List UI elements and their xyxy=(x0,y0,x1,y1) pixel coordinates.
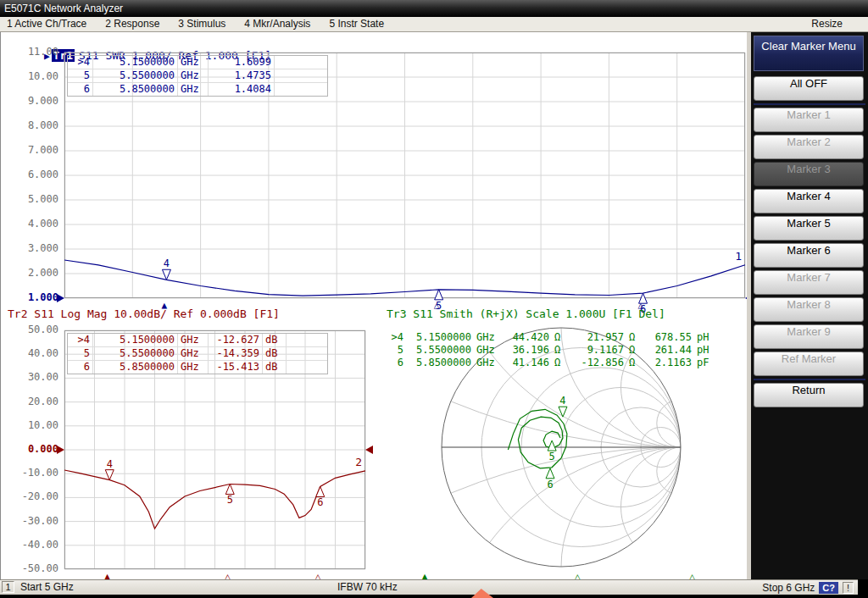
marker-readout-cell: 36.196 xyxy=(503,344,552,357)
marker-readout-row: 55.5500000GHz36.196Ω9.1167Ω261.44pH xyxy=(384,344,716,357)
marker-readout-cell: 5 xyxy=(68,347,93,360)
softkey-marker-1: Marker 1 xyxy=(754,108,864,132)
marker-readout-cell: -15.413 xyxy=(209,361,263,374)
marker-readout-cell: GHz xyxy=(178,69,209,82)
marker-readout-cell: pH xyxy=(694,331,716,344)
softkey-menu-title: Clear Marker Menu xyxy=(754,36,864,71)
menu-item-2[interactable]: 2 Response xyxy=(105,17,159,31)
marker-readout-cell: 5.5500000 xyxy=(93,69,178,82)
marker-readout-cell: -14.359 xyxy=(209,347,263,360)
softkey-marker-6[interactable]: Marker 6 xyxy=(754,243,864,268)
menu-item-resize[interactable]: Resize xyxy=(811,17,843,31)
marker-readout-cell: >4 xyxy=(68,334,93,346)
marker-readout-row: 55.5500000GHz1.4735 xyxy=(68,69,327,83)
softkey-marker-8: Marker 8 xyxy=(754,297,864,322)
marker-readout-cell: 5.1500000 xyxy=(93,334,178,346)
axis-tick-label: 40.00 xyxy=(6,347,58,360)
axis-tick-label: -30.00 xyxy=(6,515,58,528)
softkey-marker-4[interactable]: Marker 4 xyxy=(754,189,864,213)
axis-tick-label: 30.00 xyxy=(6,371,58,384)
marker-readout-cell: 6 xyxy=(384,357,406,369)
marker-triangle-icon xyxy=(105,470,114,480)
softkey-marker-5[interactable]: Marker 5 xyxy=(754,216,864,241)
marker-readout-cell: 9.1167 xyxy=(569,344,626,357)
marker-readout-cell: 41.146 xyxy=(503,357,552,369)
tr3-marker-readout-table: >45.1500000GHz44.420Ω21.957Ω678.55pH55.5… xyxy=(384,331,716,369)
trace3-header[interactable]: Tr3 S11 Smith (R+jX) Scale 1.000U [F1 De… xyxy=(387,307,665,320)
trace-number-label: 1 xyxy=(735,250,742,263)
smith-reactance-arc xyxy=(621,447,741,567)
softkey-marker-3[interactable]: Marker 3 xyxy=(754,162,864,186)
marker-readout-cell: 5.8500000 xyxy=(406,357,474,369)
axis-tick-label: -50.00 xyxy=(6,562,58,575)
application-window: E5071C Network Analyzer 1 Active Ch/Trac… xyxy=(0,0,868,598)
menu-item-5[interactable]: 5 Instr State xyxy=(329,17,384,31)
marker-readout-cell: Ω xyxy=(552,331,569,344)
marker-readout-cell: GHz xyxy=(474,344,503,357)
marker-readout-cell: 5 xyxy=(384,344,406,357)
marker-readout-row: >45.1500000GHz44.420Ω21.957Ω678.55pH xyxy=(384,331,716,344)
axis-tick-label: 1.000 xyxy=(6,291,58,304)
menu-item-1[interactable]: 1 Active Ch/Trace xyxy=(7,17,86,31)
axis-tick-label: 7.000 xyxy=(6,144,58,157)
menu-item-3[interactable]: 3 Stimulus xyxy=(178,17,225,31)
marker-readout-cell: 1.4735 xyxy=(209,69,275,82)
trace-path xyxy=(508,409,567,468)
softkey-all-off[interactable]: All OFF xyxy=(754,76,864,101)
marker-readout-cell: Ω xyxy=(552,357,569,369)
marker-readout-cell: GHz xyxy=(474,331,503,344)
menu-item-4[interactable]: 4 Mkr/Analysis xyxy=(244,17,310,31)
bottom-edge-strip xyxy=(0,595,868,598)
softkey-marker-9: Marker 9 xyxy=(754,324,864,349)
tr1-marker-readout-table: >45.1500000GHz1.609955.5500000GHz1.47356… xyxy=(67,55,328,97)
trace-number-label: 2 xyxy=(355,456,362,468)
menu-item-group: 1 Active Ch/Trace2 Response3 Stimulus4 M… xyxy=(7,17,403,31)
channel-number-box: 1 xyxy=(2,581,14,593)
marker-readout-row: 65.8500000GHz1.4084 xyxy=(68,83,327,96)
marker-triangle-icon xyxy=(435,290,443,300)
marker-readout-cell: >4 xyxy=(68,56,93,69)
marker-readout-cell: GHz xyxy=(178,334,209,346)
start-frequency-label: Start 5 GHz xyxy=(20,580,74,594)
tr2-marker-readout-table: >45.1500000GHz-12.627dB55.5500000GHz-14.… xyxy=(67,333,328,374)
marker-readout-cell: Ω xyxy=(626,344,643,357)
marker-triangle-icon xyxy=(316,486,325,496)
marker-readout-cell xyxy=(275,69,327,82)
marker-number-label: 4 xyxy=(107,458,113,470)
axis-tick-label: 0.000 xyxy=(6,443,58,456)
menu-bar: 1 Active Ch/Trace2 Response3 Stimulus4 M… xyxy=(0,17,868,32)
marker-readout-cell: dB xyxy=(263,334,287,346)
marker-readout-cell: Ω xyxy=(626,357,643,369)
trace2-header[interactable]: Tr2 S11 Log Mag 10.00dB/ Ref 0.000dB [F1… xyxy=(8,307,280,320)
marker-readout-cell: -12.627 xyxy=(209,334,263,346)
marker-readout-cell xyxy=(275,56,327,69)
marker-readout-cell: 2.1163 xyxy=(643,357,694,369)
marker-readout-cell: 44.420 xyxy=(503,331,552,344)
axis-tick-label: 20.00 xyxy=(6,396,58,408)
axis-tick-label: 2.000 xyxy=(6,267,58,280)
axis-tick-label: 10.00 xyxy=(6,70,58,83)
marker-readout-cell: pF xyxy=(694,357,716,369)
marker-triangle-icon xyxy=(548,440,556,451)
marker-triangle-icon xyxy=(546,468,554,479)
marker-readout-cell: GHz xyxy=(178,347,209,360)
softkey-marker-2: Marker 2 xyxy=(754,135,864,159)
marker-readout-cell: dB xyxy=(263,347,287,360)
axis-tick-label: 11.00 xyxy=(6,46,58,58)
alert-indicator: ! xyxy=(843,582,854,594)
marker-readout-cell: 6 xyxy=(68,83,93,96)
axis-tick-label: 4.000 xyxy=(6,218,58,230)
marker-readout-cell xyxy=(287,347,327,360)
axis-tick-label: 6.000 xyxy=(6,169,58,181)
marker-readout-cell: 5.5500000 xyxy=(93,347,178,360)
axis-tick-label: 10.00 xyxy=(6,419,58,432)
marker-triangle-icon xyxy=(162,269,170,280)
marker-readout-cell xyxy=(287,361,327,374)
marker-readout-cell: GHz xyxy=(474,357,503,369)
status-bar: 1 Start 5 GHz IFBW 70 kHz Stop 6 GHz C? … xyxy=(0,579,858,595)
softkey-button-list: All OFFMarker 1Marker 2Marker 3Marker 4M… xyxy=(754,74,865,410)
stop-frequency-label: Stop 6 GHz xyxy=(762,581,815,595)
axis-tick-label: 9.000 xyxy=(6,95,58,108)
softkey-return[interactable]: Return xyxy=(754,383,864,407)
marker-readout-row: 65.8500000GHz41.146Ω-12.856Ω2.1163pF xyxy=(384,357,716,369)
